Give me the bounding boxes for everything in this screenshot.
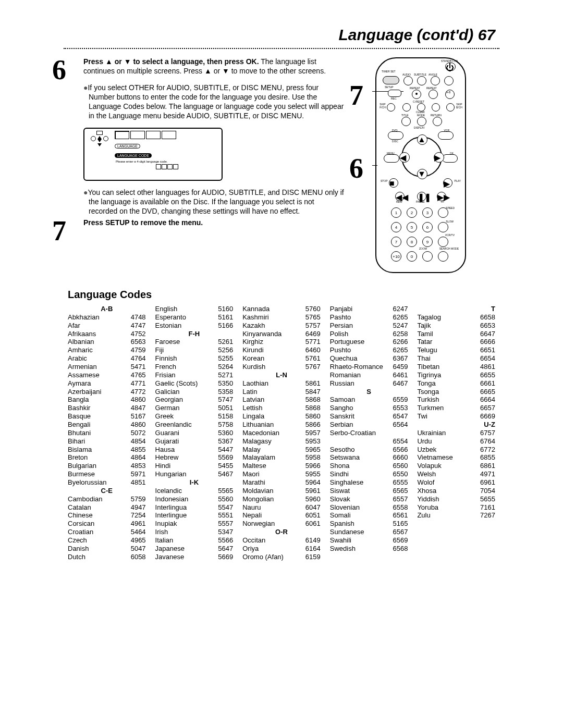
code-row: Oriya6164	[242, 545, 321, 553]
code-row: Nepali6051	[242, 511, 321, 520]
remote-graphic: 7 6 STANDBY-ON ⏻ TIMER SET SETUP AUDIO S…	[375, 57, 466, 273]
code-row: Malay5965	[242, 446, 321, 454]
code-row: Slovenian6558	[330, 503, 408, 512]
up-arrow-button: ▲	[417, 134, 427, 145]
code-row: Swahili6569	[330, 536, 408, 545]
code-row: Kurdish5767	[242, 363, 321, 371]
code-row: Czech4965	[68, 536, 146, 545]
code-row: Polish6258	[330, 330, 408, 338]
language-codes-table: A-BAbkhazian4748Afar4747Afrikaans4752Alb…	[68, 305, 495, 561]
code-row: Mongolian5960	[242, 495, 321, 503]
code-row: German5051	[155, 404, 234, 412]
code-row: Corsican4961	[68, 520, 146, 528]
code-row: Malayalam5958	[242, 453, 321, 462]
codes-header: L-N	[242, 371, 321, 379]
code-row: Danish5047	[68, 545, 146, 553]
code-row: Slovak6557	[330, 495, 408, 503]
code-row: Indonesian5560	[155, 495, 234, 503]
codes-column: Kannada5760Kashmiri5765Kazakh5757Kinyarw…	[242, 305, 321, 561]
code-row: Urdu6764	[417, 437, 495, 446]
code-row: Hungarian5467	[155, 470, 234, 478]
code-row: Faroese5261	[155, 338, 234, 346]
code-row: French5264	[155, 363, 234, 371]
code-row: Hausa5447	[155, 446, 234, 454]
code-row: Oromo (Afan)6159	[242, 553, 321, 561]
dialog-enter-code-msg: Please enter a 4-digit language code.	[116, 160, 219, 163]
code-row: Afar4747	[68, 322, 146, 330]
codes-header: T	[417, 305, 495, 313]
code-row: Abkhazian4748	[68, 313, 146, 322]
code-row: Finnish5255	[155, 354, 234, 363]
code-row: Burmese5971	[68, 470, 146, 478]
code-row: Greek5158	[155, 412, 234, 421]
code-row: Vietnamese6855	[417, 453, 495, 462]
code-row: Wolof6961	[417, 478, 495, 487]
code-row: Kannada5760	[242, 305, 321, 313]
code-row: Shona6560	[330, 462, 408, 470]
code-row: Bhutani5072	[68, 429, 146, 437]
code-row: Amharic4759	[68, 346, 146, 354]
page-number: 67	[478, 26, 495, 43]
codes-header: F-H	[155, 330, 234, 338]
code-row: Arabic4764	[68, 354, 146, 363]
code-row: Tamil6647	[417, 330, 495, 338]
code-row: Georgian5747	[155, 396, 234, 404]
code-row: Kirghiz5771	[242, 338, 321, 346]
codes-header: O-R	[242, 528, 321, 536]
code-row: Serbian6564	[330, 421, 408, 429]
code-row: Turkmen6657	[417, 404, 495, 412]
step-6-text: Press ▲ or ▼ to select a language, then …	[68, 57, 344, 76]
code-row: Icelandic5565	[155, 487, 234, 495]
code-row: Samoan6559	[330, 396, 408, 404]
code-row: Sindhi6550	[330, 470, 408, 478]
code-row: Laothian5861	[242, 379, 321, 388]
code-row: Lettish5868	[242, 404, 321, 412]
code-row: Sundanese6567	[330, 528, 408, 536]
code-row: Maori5955	[242, 470, 321, 478]
code-row: Serbo-Croatian	[330, 429, 408, 437]
navigation-wheel: ▲ ▼ ◀ ▶	[401, 137, 442, 177]
code-row: Norwegian6061	[242, 520, 321, 528]
step-6-bullet-2: ●You can select other languages for AUDI…	[68, 188, 344, 216]
code-row: Azerbaijani4772	[68, 388, 146, 396]
code-row: Somali6561	[330, 511, 408, 520]
code-row: Yiddish5655	[417, 495, 495, 503]
code-row: Yoruba7161	[417, 503, 495, 512]
code-row: Estonian5166	[155, 322, 234, 330]
code-row: Tagalog6658	[417, 313, 495, 322]
dialog-language-code-label: LANGUAGE CODE	[115, 153, 152, 158]
code-row: Fiji5256	[155, 346, 234, 354]
code-row: Xhosa7054	[417, 487, 495, 495]
code-row: Twi6669	[417, 412, 495, 421]
code-row: Nauru6047	[242, 503, 321, 512]
code-row: Bangla4860	[68, 396, 146, 404]
code-row: Occitan6149	[242, 536, 321, 545]
code-row: Welsh4971	[417, 470, 495, 478]
setup-button	[383, 76, 399, 84]
code-row: Sesotho6566	[330, 446, 408, 454]
code-row: Breton4864	[68, 453, 146, 462]
code-row: Cambodian5759	[68, 495, 146, 503]
code-row: Aymara4771	[68, 379, 146, 388]
code-row: Croatian5464	[68, 528, 146, 536]
code-row: Panjabi6247	[330, 305, 408, 313]
code-row: Tibetan4861	[417, 363, 495, 371]
code-row: Hindi5455	[155, 462, 234, 470]
code-row: Spanish5165	[330, 520, 408, 528]
code-row: Hebrew5569	[155, 453, 234, 462]
code-row: Irish5347	[155, 528, 234, 536]
code-row: English5160	[155, 305, 234, 313]
code-row: Korean5761	[242, 354, 321, 363]
code-row: Italian5566	[155, 536, 234, 545]
left-arrow-button: ◀	[399, 152, 410, 163]
code-row: Sangho6553	[330, 404, 408, 412]
code-row: Pushto6265	[330, 346, 408, 354]
code-row: Thai6654	[417, 354, 495, 363]
instructions-column: 6 Press ▲ or ▼ to select a language, the…	[68, 57, 344, 273]
code-row: Tatar6666	[417, 338, 495, 346]
code-row: Latvian5868	[242, 396, 321, 404]
step-6-bullet-1: ●If you select OTHER for AUDIO, SUBTITLE…	[68, 83, 344, 121]
codes-column: TTagalog6658Tajik6653Tamil6647Tatar6666T…	[417, 305, 495, 561]
code-row: Lingala5860	[242, 412, 321, 421]
code-row: Romanian6461	[330, 371, 408, 379]
